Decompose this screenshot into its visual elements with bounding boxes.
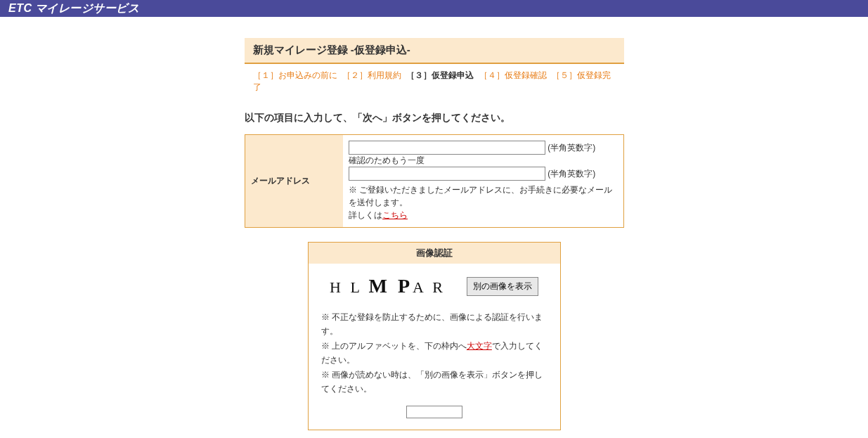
step-3: ［３］仮登録申込 (406, 70, 474, 80)
captcha-notes: ※ 不正な登録を防止するために、画像による認証を行います。 ※ 上のアルファベッ… (321, 310, 548, 396)
instruction-text: 以下の項目に入力して、「次へ」ボタンを押してください。 (245, 112, 624, 124)
email-confirm-input[interactable] (349, 167, 545, 181)
captcha-box: 画像認証 H L M PA R 別の画像を表示 ※ 不正な登録を防止するために、… (308, 242, 561, 430)
email-input[interactable] (349, 141, 545, 155)
captcha-refresh-button[interactable]: 別の画像を表示 (467, 277, 538, 296)
email-note-link[interactable]: こちら (382, 210, 408, 220)
logo: ETCマイレージサービス (8, 1, 139, 16)
captcha-note-2: ※ 上のアルファベットを、下の枠内へ大文字で入力してください。 (321, 339, 548, 368)
email-note: ※ ご登録いただきましたメールアドレスに、お手続きに必要なメールを送付します。 … (349, 183, 618, 221)
captcha-note-3: ※ 画像が読めない時は、「別の画像を表示」ボタンを押してください。 (321, 368, 548, 397)
email-hint-1: (半角英数字) (548, 143, 595, 153)
captcha-image: H L M PA R (330, 275, 446, 297)
captcha-input[interactable] (406, 406, 462, 418)
main-content: 新規マイレージ登録 -仮登録申込- ［１］お申込みの前に ［２］利用規約 ［３］… (104, 17, 765, 438)
email-form-table: メールアドレス (半角英数字) 確認のためもう一度 (半角英数字) ※ ご登録い… (245, 134, 624, 228)
logo-prefix: ETC (8, 2, 32, 14)
captcha-note-2-em: 大文字 (467, 341, 492, 351)
email-note-text: ※ ご登録いただきましたメールアドレスに、お手続きに必要なメールを送付します。 (349, 185, 612, 207)
email-label: メールアドレス (245, 135, 343, 228)
step-2: ［２］利用規約 (342, 70, 401, 80)
step-indicator: ［１］お申込みの前に ［２］利用規約 ［３］仮登録申込 ［４］仮登録確認 ［５］… (245, 64, 624, 99)
email-note-detail-prefix: 詳しくは (349, 210, 382, 220)
email-confirm-label: 確認のためもう一度 (349, 155, 425, 165)
page-title: 新規マイレージ登録 -仮登録申込- (245, 38, 624, 64)
email-hint-2: (半角英数字) (548, 169, 595, 179)
captcha-title: 画像認証 (309, 243, 560, 264)
header-bar: ETCマイレージサービス (0, 0, 868, 17)
captcha-note-1: ※ 不正な登録を防止するために、画像による認証を行います。 (321, 310, 548, 339)
step-4: ［４］仮登録確認 (479, 70, 547, 80)
step-1: ［１］お申込みの前に (253, 70, 337, 80)
logo-text: マイレージサービス (35, 2, 140, 14)
